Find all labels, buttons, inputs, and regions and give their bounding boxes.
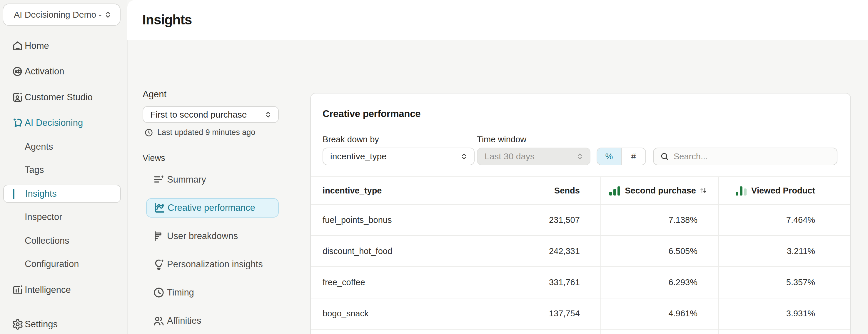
bar-rows-icon [152,230,165,243]
cell-second-purchase: 6.293% [601,267,719,298]
cell-viewed-product: 6.343% [719,330,836,334]
chevron-updown-icon [576,152,584,160]
cell-incentive-type: bogo_snack [311,298,484,329]
card-title: Creative performance [322,108,421,119]
page-header: Insights [127,0,868,40]
agent-label: Agent [143,89,166,100]
workspace-name: AI Decisioning Demo - ... [14,10,103,20]
cell-second-purchase: 6.505% [601,236,719,266]
cell-incentive-type: discount_hot_food [311,236,484,266]
column-header-spacer [836,177,850,204]
sidebar-item-intelligence[interactable]: Intelligence [0,278,127,302]
intelligence-icon [12,284,24,296]
table-body: fuel_points_bonus 231,507 7.138% 7.464% … [311,205,850,334]
search-icon [660,152,669,161]
creative-performance-table: incentive_type Sends Second purchase Vie… [311,176,850,334]
breakdown-select-value: incentive_type [330,151,460,161]
view-item-affinities[interactable]: Affinities [146,311,279,331]
metric-bars-light-icon [736,185,747,195]
view-item-creative-performance[interactable]: Creative performance [146,198,279,218]
table-row: fuel_points_bonus 231,507 7.138% 7.464% [311,205,850,236]
table-row: discount_hot_food 242,331 6.505% 3.211% [311,236,850,267]
page-title: Insights [142,12,192,28]
sidebar-item-tags[interactable]: Tags [0,158,127,182]
cell-spacer [836,298,850,329]
sidebar-item-ai-decisioning[interactable]: AI Decisioning [0,111,127,135]
sidebar-item-activation[interactable]: Activation [0,60,127,83]
lightbulb-sparkle-icon [152,258,165,271]
sidebar-item-home[interactable]: Home [0,34,127,58]
cell-sends: 331,761 [484,267,601,298]
view-item-personalization-insights[interactable]: Personalization insights [146,254,279,274]
table-row: free_coffee 331,761 6.293% 5.357% [311,267,850,298]
cell-sends: 330,738 [484,330,601,334]
home-icon [12,40,24,52]
sidebar-item-customer-studio[interactable]: Customer Studio [0,86,127,109]
workspace-switcher[interactable]: AI Decisioning Demo - ... [3,3,121,26]
sidebar: AI Decisioning Demo - ... Home Activatio… [0,0,127,334]
sidebar-item-agents[interactable]: Agents [0,135,127,158]
cell-second-purchase: 3.485% [601,330,719,334]
activation-icon [12,66,24,77]
cell-second-purchase: 4.961% [601,298,719,329]
clock-icon [144,128,153,137]
time-window-select[interactable]: Last 30 days [477,148,590,165]
time-window-label: Time window [477,135,526,144]
sidebar-item-insights[interactable]: Insights [3,185,121,203]
cell-sends: 137,754 [484,298,601,329]
search-box [653,148,837,165]
cell-incentive-type: fuel_points_bonus [311,205,484,235]
view-item-summary[interactable]: Summary [146,170,279,189]
view-item-user-breakdowns[interactable]: User breakdowns [146,226,279,246]
sidebar-item-inspector[interactable]: Inspector [0,205,127,229]
clock-icon [152,286,165,299]
column-header-viewed-product: Viewed Product [719,177,836,204]
column-header-incentive-type: incentive_type [311,177,484,204]
cell-spacer [836,236,850,266]
content-area: Agent First to second purchase Last upda… [127,40,868,334]
last-updated-text: Last updated 9 minutes ago [157,128,255,137]
cell-viewed-product: 3.931% [719,298,836,329]
cell-viewed-product: 5.357% [719,267,836,298]
sidebar-item-collections[interactable]: Collections [0,229,127,252]
column-header-sends: Sends [484,177,601,204]
time-window-select-value: Last 30 days [485,151,576,161]
table-header-row: incentive_type Sends Second purchase Vie… [311,176,850,205]
agent-select[interactable]: First to second purchase [143,106,279,123]
ai-decisioning-icon [12,117,24,129]
users-icon [152,314,165,327]
gear-icon [12,318,24,330]
cell-spacer [836,205,850,235]
cell-sends: 242,331 [484,236,601,266]
chevron-updown-icon [103,10,112,19]
table-row: free_energy_drink 330,738 3.485% 6.343% [311,330,850,334]
last-updated-status: Last updated 9 minutes ago [144,128,255,137]
cell-second-purchase: 7.138% [601,205,719,235]
count-toggle-button[interactable]: # [621,148,645,165]
cell-viewed-product: 3.211% [719,236,836,266]
breakdown-select[interactable]: incentive_type [322,148,474,165]
sidebar-item-settings[interactable]: Settings [0,312,127,334]
cell-incentive-type: free_energy_drink [311,330,484,334]
search-input[interactable] [674,152,831,161]
cell-spacer [836,330,850,334]
cell-spacer [836,267,850,298]
summary-icon [152,173,165,186]
cell-incentive-type: free_coffee [311,267,484,298]
cell-viewed-product: 7.464% [719,205,836,235]
app-root: AI Decisioning Demo - ... Home Activatio… [0,0,868,334]
view-item-timing[interactable]: Timing [146,283,279,302]
sort-arrows-icon [699,186,708,195]
chevron-updown-icon [460,152,468,160]
table-row: bogo_snack 137,754 4.961% 3.931% [311,298,850,330]
unit-toggle: % # [597,148,646,165]
metric-bars-icon [609,185,620,195]
column-header-second-purchase[interactable]: Second purchase [601,177,719,204]
views-label: Views [143,153,165,163]
creative-performance-card: Creative performance Break down by incen… [310,93,851,334]
percent-toggle-button[interactable]: % [597,148,621,165]
active-indicator-bar [13,189,14,199]
sidebar-item-configuration[interactable]: Configuration [0,252,127,276]
cell-sends: 231,507 [484,205,601,235]
chart-line-icon [153,202,166,214]
